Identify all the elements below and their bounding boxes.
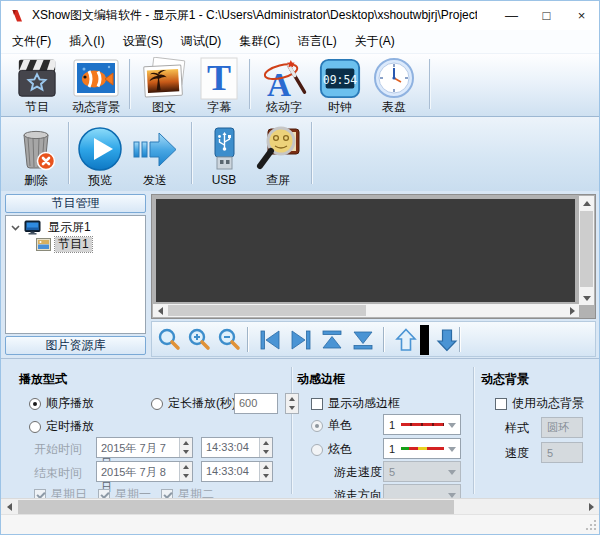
toolbar-program-button[interactable]: 节目	[9, 57, 65, 114]
start-date-picker[interactable]: 2015年 7月 7日	[96, 437, 193, 458]
go-first-button[interactable]	[256, 326, 284, 354]
weekday-sunday-checkbox[interactable]: 星期日	[34, 486, 87, 498]
spin-up-icon[interactable]	[286, 394, 298, 404]
use-background-label: 使用动态背景	[512, 395, 584, 412]
style-combo[interactable]: 圆环	[541, 417, 583, 438]
minimize-button[interactable]: —	[494, 1, 529, 30]
scroll-up-icon[interactable]	[579, 196, 594, 210]
preview-button[interactable]: 预览	[73, 124, 127, 187]
maximize-button[interactable]: □	[529, 1, 564, 30]
scroll-right-icon[interactable]	[583, 499, 599, 514]
go-last-button[interactable]	[287, 326, 315, 354]
menu-cluster[interactable]: 集群(C)	[230, 30, 289, 53]
time-spinner[interactable]	[259, 438, 272, 457]
send-label: 发送	[143, 173, 167, 187]
vertical-scroll-thumb[interactable]	[580, 211, 593, 287]
use-background-checkbox[interactable]: 使用动态背景	[495, 395, 584, 412]
radio-sequential-play[interactable]: 顺序播放	[29, 395, 94, 412]
style-value: 圆环	[547, 420, 569, 435]
delete-button[interactable]: 删除	[9, 124, 63, 187]
section-divider	[291, 367, 292, 494]
tree-node-program-label[interactable]: 节目1	[55, 237, 92, 252]
radio-icon[interactable]	[151, 398, 163, 410]
checkbox-icon[interactable]	[98, 489, 110, 499]
date-spinner[interactable]	[179, 462, 192, 481]
radio-fixed-length-play[interactable]: 定长播放(秒)	[151, 395, 236, 412]
toolbar-subtitle-button[interactable]: T 字幕	[194, 57, 244, 114]
checkbox-icon[interactable]	[311, 398, 323, 410]
menu-about[interactable]: 关于(A)	[346, 30, 404, 53]
tree-node-program[interactable]: 节目1	[6, 236, 145, 253]
toolbar-separator	[191, 122, 192, 184]
weekday-monday-checkbox[interactable]: 星期一	[98, 486, 151, 498]
scroll-down-icon[interactable]	[579, 291, 594, 305]
radio-icon[interactable]	[311, 444, 323, 456]
tree-node-display-label[interactable]: 显示屏1	[45, 220, 94, 235]
program-manager-header[interactable]: 节目管理	[5, 194, 146, 213]
radio-icon[interactable]	[29, 421, 41, 433]
move-top-button[interactable]	[318, 326, 346, 354]
image-library-button[interactable]: 图片资源库	[5, 336, 146, 355]
preview-canvas[interactable]	[156, 199, 575, 302]
single-color-combo[interactable]: 1	[383, 414, 461, 435]
usb-button[interactable]: USB	[197, 124, 251, 187]
panel-scroll-thumb[interactable]	[18, 500, 454, 514]
resize-grip-icon[interactable]	[585, 519, 597, 531]
playback-section-title: 播放型式	[19, 371, 67, 388]
preview-vertical-scrollbar[interactable]	[579, 196, 594, 305]
menu-file[interactable]: 文件(F)	[3, 30, 60, 53]
radio-timed-play[interactable]: 定时播放	[29, 418, 94, 435]
weekday-tuesday-label: 星期二	[178, 486, 214, 498]
multi-color-combo[interactable]: 1	[383, 438, 461, 459]
move-bottom-button[interactable]	[349, 326, 377, 354]
scroll-left-icon[interactable]	[1, 499, 17, 514]
zoom-reset-button[interactable]	[155, 326, 183, 354]
screen-check-button[interactable]: 查屏	[251, 124, 305, 187]
show-border-checkbox[interactable]: 显示动感边框	[311, 395, 400, 412]
time-spinner[interactable]	[259, 462, 272, 481]
send-button[interactable]: 发送	[128, 124, 182, 187]
scroll-left-icon[interactable]	[153, 304, 167, 317]
start-time-picker[interactable]: 14:33:04	[201, 437, 273, 458]
menu-insert[interactable]: 插入(I)	[60, 30, 113, 53]
preview-toolbar	[151, 321, 596, 357]
toolbar-clock-button[interactable]: 09:54 时钟	[313, 57, 367, 114]
chevron-down-icon[interactable]	[11, 225, 20, 231]
move-down-button[interactable]	[433, 326, 461, 354]
spin-down-icon[interactable]	[286, 404, 298, 414]
toolbar-dazzle-text-button[interactable]: A 炫动字	[255, 57, 313, 114]
checkbox-icon[interactable]	[161, 489, 173, 499]
panel-horizontal-scrollbar[interactable]	[1, 498, 599, 514]
checkbox-icon[interactable]	[495, 398, 507, 410]
weekday-tuesday-checkbox[interactable]: 星期二	[161, 486, 214, 498]
walk-speed-combo[interactable]: 5	[383, 461, 461, 482]
radio-fixed-label: 定长播放(秒)	[168, 395, 236, 412]
scroll-right-icon[interactable]	[565, 304, 579, 317]
radio-icon[interactable]	[29, 398, 41, 410]
walk-direction-combo[interactable]	[383, 484, 461, 498]
checkbox-icon[interactable]	[34, 489, 46, 499]
close-button[interactable]: ×	[564, 1, 599, 30]
zoom-in-button[interactable]	[185, 326, 213, 354]
menu-language[interactable]: 语言(L)	[289, 30, 346, 53]
radio-icon[interactable]	[311, 420, 323, 432]
end-time-picker[interactable]: 14:33:04	[201, 461, 273, 482]
menu-settings[interactable]: 设置(S)	[114, 30, 172, 53]
toolbar-graphics-button[interactable]: 图文	[135, 57, 193, 114]
zoom-out-button[interactable]	[215, 326, 243, 354]
bg-speed-combo[interactable]: 5	[541, 442, 583, 463]
fixed-seconds-spinner[interactable]	[285, 393, 299, 414]
radio-multi-color[interactable]: 炫色	[311, 441, 352, 458]
tree-node-display[interactable]: 显示屏1	[6, 219, 145, 236]
fixed-seconds-input[interactable]: 600	[234, 393, 278, 414]
menu-debug[interactable]: 调试(D)	[172, 30, 231, 53]
skip-first-icon	[257, 327, 283, 353]
radio-single-color[interactable]: 单色	[311, 417, 352, 434]
move-up-button[interactable]	[392, 326, 420, 354]
end-date-picker[interactable]: 2015年 7月 8日	[96, 461, 193, 482]
horizontal-scroll-thumb[interactable]	[168, 305, 366, 316]
toolbar-dynamic-background-button[interactable]: 动态背景	[65, 57, 127, 114]
toolbar-dial-button[interactable]: 表盘	[368, 57, 420, 114]
date-spinner[interactable]	[179, 438, 192, 457]
preview-horizontal-scrollbar[interactable]	[153, 304, 579, 317]
